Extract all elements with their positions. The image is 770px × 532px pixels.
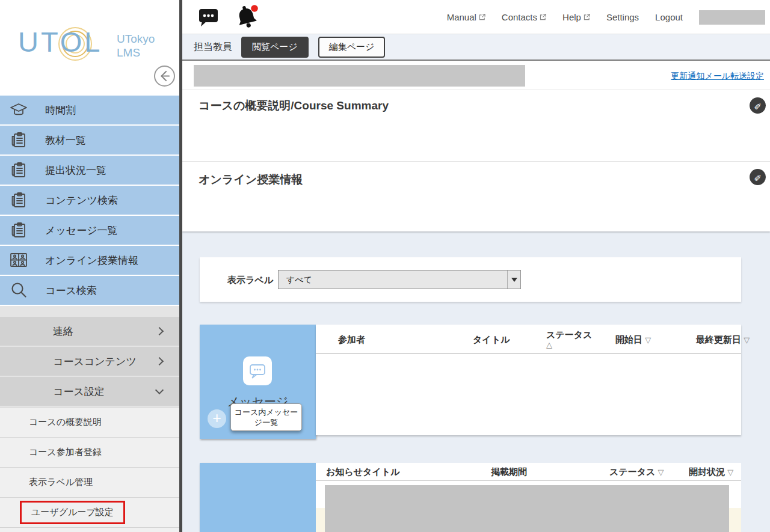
chat-icon[interactable]	[199, 8, 219, 30]
manual-link[interactable]: Manual	[447, 12, 485, 22]
tab-edit-page[interactable]: 編集ページ	[318, 37, 386, 58]
sidebar-item-label: オンライン授業情報	[45, 254, 138, 268]
announcement-table: お知らせタイトル 掲載期間 ステータス ▽ 開封状況 ▽	[316, 463, 741, 532]
settings-link-label: Settings	[606, 12, 639, 22]
message-tile	[243, 356, 272, 385]
sidebar-item-label: 教材一覧	[45, 133, 86, 147]
sort-down-icon[interactable]: ▽	[744, 335, 750, 344]
col-title: タイトル	[473, 334, 510, 346]
tooltip-line2: ジ一覧	[233, 417, 300, 427]
sidebar-item-label: コースコンテンツ	[53, 355, 137, 368]
notification-bell-icon[interactable]	[235, 4, 259, 33]
clipboard-icon	[8, 130, 29, 150]
external-link-icon	[479, 14, 485, 20]
sidebar-subitem-label: コースの概要説明	[29, 417, 102, 428]
sidebar-item-submissions[interactable]: 提出状況一覧	[0, 156, 179, 185]
logout-link[interactable]: Logout	[655, 12, 683, 22]
utol-logo: UTOL	[18, 25, 103, 58]
sort-down-icon[interactable]: ▽	[727, 468, 733, 477]
col-label: お知らせタイトル	[326, 466, 399, 477]
edit-course-summary-button[interactable]: ✎	[750, 97, 766, 114]
sidebar-item-label: 連絡	[53, 325, 73, 338]
sidebar-item-course-search[interactable]: コース検索	[0, 276, 179, 305]
col-status-sortable[interactable]: ステータス △	[546, 329, 592, 349]
logo-subtitle-line2: LMS	[117, 46, 155, 60]
display-label-select[interactable]: すべて	[278, 270, 521, 289]
pencil-icon: ✎	[754, 172, 762, 183]
highlight-box[interactable]: ユーザグループ設定	[20, 501, 125, 524]
chevron-right-icon	[155, 327, 164, 335]
add-message-button[interactable]: +	[208, 409, 226, 428]
chevron-right-icon	[155, 357, 164, 365]
tooltip-line1: コース内メッセー	[233, 407, 300, 417]
topbar-links: Manual Contacts Help Settings Logout	[447, 0, 770, 34]
main-area: Manual Contacts Help Settings Logout 担当教…	[182, 0, 770, 532]
message-table: 参加者 タイトル ステータス △ 開始日 ▽ 最終更新日 ▽	[316, 325, 741, 435]
external-link-icon	[584, 14, 590, 20]
external-link-icon	[540, 14, 546, 20]
message-section: メッセージ + コース内メッセー ジ一覧 参加者 タイトル ステータス △	[200, 325, 741, 439]
announcement-table-header-row: お知らせタイトル 掲載期間 ステータス ▽ 開封状況 ▽	[316, 463, 741, 481]
course-header-card: 更新通知メール転送設定 コースの概要説明/Course Summary ✎ オン…	[182, 61, 770, 231]
dropdown-arrow-icon[interactable]	[507, 271, 520, 289]
sidebar-collapse-button[interactable]	[153, 65, 176, 87]
announcement-section: お知らせタイトル 掲載期間 ステータス ▽ 開封状況 ▽	[200, 463, 741, 532]
edit-online-class-info-button[interactable]: ✎	[750, 169, 766, 185]
sidebar-lower-section: 連絡 コースコンテンツ コース設定 コースの概要説明 コース参加者登録 表示ラベ…	[0, 306, 179, 532]
col-last-updated-sortable[interactable]: 最終更新日 ▽	[696, 334, 750, 346]
sidebar-subitem-partial	[0, 527, 179, 532]
col-label: 開封状況	[689, 466, 725, 477]
topbar: Manual Contacts Help Settings Logout	[182, 0, 770, 34]
chevron-down-icon	[155, 386, 164, 394]
sidebar-item-course-contents[interactable]: コースコンテンツ	[0, 347, 179, 376]
contacts-link[interactable]: Contacts	[502, 12, 546, 22]
sort-up-icon[interactable]: △	[546, 341, 592, 349]
col-label: タイトル	[473, 334, 510, 344]
sidebar-item-timetable[interactable]: 時間割	[0, 96, 179, 124]
help-link-label: Help	[562, 12, 581, 22]
sidebar-subitem-participants[interactable]: コース参加者登録	[0, 437, 179, 467]
clipboard-icon	[8, 220, 29, 240]
sidebar-item-materials[interactable]: 教材一覧	[0, 126, 179, 154]
announcement-panel[interactable]	[200, 463, 316, 532]
sidebar-item-content-search[interactable]: コンテンツ検索	[0, 186, 179, 215]
col-label: 開始日	[615, 334, 642, 344]
help-link[interactable]: Help	[562, 12, 590, 22]
sort-down-icon[interactable]: ▽	[658, 468, 664, 477]
sidebar-item-label: コンテンツ検索	[45, 194, 118, 207]
clipboard-icon	[8, 190, 29, 210]
announcement-content-redacted	[325, 485, 729, 532]
sidebar-item-online-class[interactable]: オンライン授業情報	[0, 246, 179, 275]
sidebar-subitem-course-summary[interactable]: コースの概要説明	[0, 407, 179, 437]
clipboard-icon	[8, 160, 29, 180]
filter-label: 表示ラベル	[227, 275, 273, 286]
sidebar-subitem-label: コース参加者登録	[29, 447, 102, 458]
sidebar-item-contact[interactable]: 連絡	[0, 317, 179, 346]
col-label: 最終更新日	[696, 334, 741, 344]
online-class-info-heading: オンライン授業情報	[199, 172, 303, 188]
sort-down-icon[interactable]: ▽	[645, 335, 651, 344]
tab-view-page[interactable]: 閲覧ページ	[241, 37, 309, 58]
speech-bubble-icon	[248, 362, 266, 379]
logo-subtitle: UTokyo LMS	[117, 32, 155, 60]
sidebar-item-message-list[interactable]: メッセージ一覧	[0, 216, 179, 245]
col-open-status-sortable[interactable]: 開封状況 ▽	[689, 466, 733, 478]
sidebar-divider	[179, 0, 182, 532]
sidebar-subitem-display-labels[interactable]: 表示ラベル管理	[0, 467, 179, 497]
update-notification-mail-link[interactable]: 更新通知メール転送設定	[671, 71, 764, 82]
col-start-date-sortable[interactable]: 開始日 ▽	[615, 334, 651, 346]
magnifier-icon	[8, 280, 29, 301]
col-label: 参加者	[338, 334, 365, 344]
message-panel[interactable]: メッセージ + コース内メッセー ジ一覧	[200, 325, 316, 439]
settings-link[interactable]: Settings	[606, 12, 639, 22]
role-label: 担当教員	[194, 41, 232, 54]
sidebar-subitem-user-groups[interactable]: ユーザグループ設定	[0, 497, 179, 527]
page-tabbar: 担当教員 閲覧ページ 編集ページ	[182, 34, 770, 61]
graduation-cap-icon	[8, 100, 29, 120]
col-status-sortable[interactable]: ステータス ▽	[609, 466, 664, 478]
sidebar-menu: 時間割 教材一覧 提出状況一覧	[0, 96, 179, 306]
sidebar-subitem-label: 表示ラベル管理	[29, 477, 93, 488]
sidebar-item-course-settings[interactable]: コース設定	[0, 377, 179, 406]
course-settings-submenu: コースの概要説明 コース参加者登録 表示ラベル管理 ユーザグループ設定	[0, 407, 179, 532]
course-message-list-tooltip[interactable]: コース内メッセー ジ一覧	[230, 403, 302, 431]
